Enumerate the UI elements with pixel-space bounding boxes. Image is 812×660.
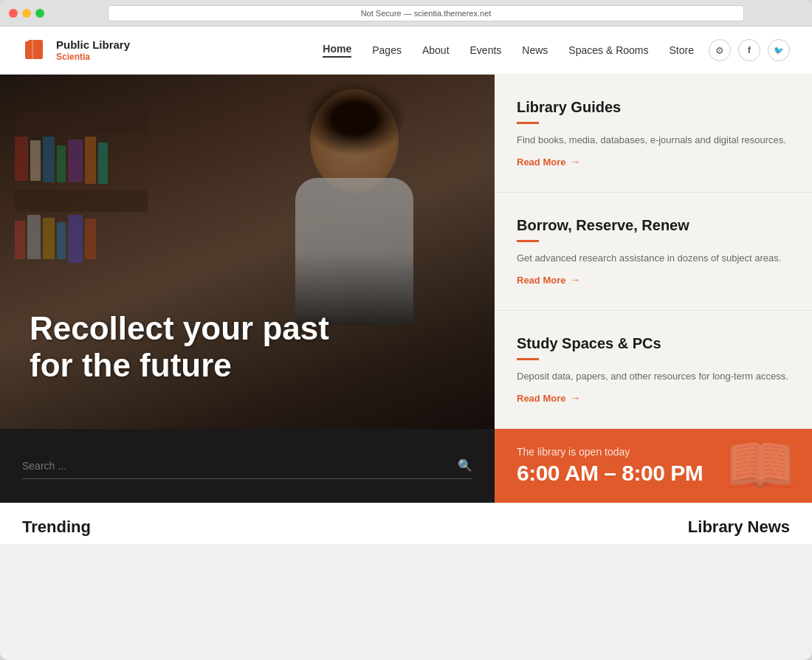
twitter-icon-button[interactable]: 🐦 bbox=[768, 39, 790, 61]
nav-news[interactable]: News bbox=[522, 44, 548, 56]
browser-window: Not Secure — scientia.themerex.net Publi… bbox=[0, 0, 812, 660]
hero-image: Recollect your past for the future bbox=[0, 75, 495, 429]
hero-section: Recollect your past for the future Libra… bbox=[0, 75, 812, 429]
hours-decorative-icon: 📖 bbox=[723, 431, 797, 501]
read-more-borrow[interactable]: Read More → bbox=[517, 274, 790, 286]
bottom-bar: 🔍 The library is open today 6:00 AM – 8:… bbox=[0, 429, 812, 503]
guide-desc-borrow: Get advanced research assistance in doze… bbox=[517, 251, 790, 266]
nav-spaces-rooms[interactable]: Spaces & Rooms bbox=[568, 44, 648, 56]
search-input-wrap[interactable]: 🔍 bbox=[22, 453, 472, 479]
nav-icons: ⚙ f 🐦 bbox=[709, 39, 790, 61]
logo[interactable]: Public Library Scientia bbox=[22, 37, 130, 63]
guide-title-borrow: Borrow, Reserve, Renew bbox=[517, 217, 790, 234]
maximize-button[interactable] bbox=[35, 9, 44, 18]
logo-icon bbox=[22, 37, 49, 63]
guide-item-study: Study Spaces & PCs Deposit data, papers,… bbox=[495, 311, 812, 429]
nav-store[interactable]: Store bbox=[670, 44, 694, 56]
address-bar[interactable]: Not Secure — scientia.themerex.net bbox=[108, 5, 744, 21]
search-section: 🔍 bbox=[0, 429, 495, 503]
arrow-icon-3: → bbox=[570, 392, 580, 404]
hero-text: Recollect your past for the future bbox=[30, 310, 329, 385]
search-input[interactable] bbox=[22, 460, 458, 472]
website-content: Public Library Scientia Home Pages About… bbox=[0, 27, 812, 544]
gear-icon: ⚙ bbox=[715, 45, 724, 56]
guide-desc-study: Deposit data, papers, and other resource… bbox=[517, 369, 790, 384]
read-more-study[interactable]: Read More → bbox=[517, 392, 790, 404]
main-nav: Home Pages About Events News Spaces & Ro… bbox=[323, 43, 694, 58]
arrow-icon-2: → bbox=[570, 274, 580, 286]
svg-rect-2 bbox=[28, 40, 43, 59]
nav-about[interactable]: About bbox=[422, 44, 450, 56]
nav-events[interactable]: Events bbox=[470, 44, 502, 56]
twitter-icon: 🐦 bbox=[774, 46, 784, 55]
arrow-icon: → bbox=[570, 156, 580, 168]
guide-item-library: Library Guides Find books, media, databa… bbox=[495, 75, 812, 193]
nav-home[interactable]: Home bbox=[323, 43, 351, 58]
bottom-teaser: Trending Library News bbox=[0, 503, 812, 544]
close-button[interactable] bbox=[9, 9, 18, 18]
nav-pages[interactable]: Pages bbox=[372, 44, 402, 56]
guide-underline bbox=[517, 122, 539, 124]
hero-headline: Recollect your past for the future bbox=[30, 310, 329, 385]
search-icon: 🔍 bbox=[458, 458, 472, 472]
site-header: Public Library Scientia Home Pages About… bbox=[0, 27, 812, 75]
facebook-icon: f bbox=[748, 45, 751, 55]
guide-underline-3 bbox=[517, 358, 539, 360]
guides-panel: Library Guides Find books, media, databa… bbox=[495, 75, 812, 429]
guide-desc-library: Find books, media, databases, e-journals… bbox=[517, 133, 790, 148]
guide-item-borrow: Borrow, Reserve, Renew Get advanced rese… bbox=[495, 193, 812, 311]
guide-title-library: Library Guides bbox=[517, 99, 790, 116]
guide-underline-2 bbox=[517, 240, 539, 242]
gear-icon-button[interactable]: ⚙ bbox=[709, 39, 731, 61]
guide-title-study: Study Spaces & PCs bbox=[517, 335, 790, 352]
minimize-button[interactable] bbox=[22, 9, 31, 18]
logo-text: Public Library Scientia bbox=[56, 38, 130, 62]
read-more-library[interactable]: Read More → bbox=[517, 156, 790, 168]
trending-title: Trending bbox=[22, 518, 91, 537]
library-news-title: Library News bbox=[688, 518, 790, 537]
browser-titlebar: Not Secure — scientia.themerex.net bbox=[0, 0, 812, 27]
hours-section: The library is open today 6:00 AM – 8:00… bbox=[495, 429, 812, 503]
facebook-icon-button[interactable]: f bbox=[738, 39, 760, 61]
